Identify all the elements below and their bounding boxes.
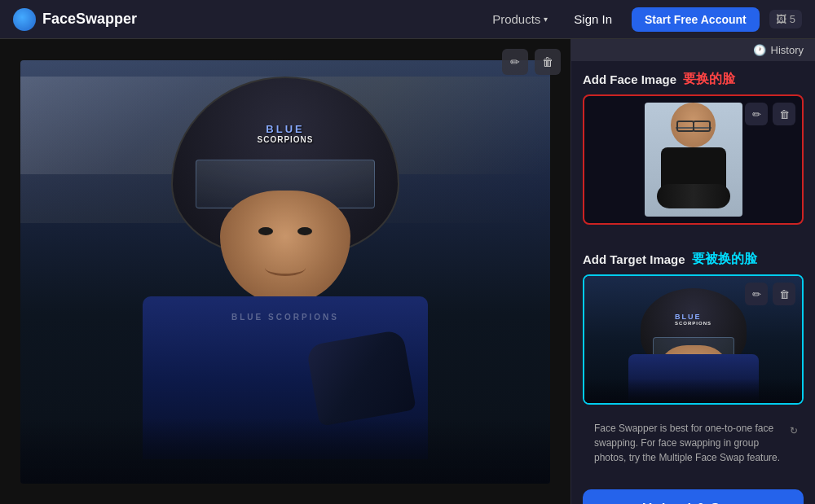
logo-icon [13,8,36,31]
target-cn-label: 要被换的脸 [692,251,757,268]
glove [306,329,416,426]
portrait-arms [657,184,730,208]
face-eyes [258,227,312,235]
right-eye [297,227,312,235]
upload-section: Upload & Start [571,481,815,504]
helmet-text: BLUE SCORPIONS [257,123,313,144]
refresh-icon: ↻ [790,425,798,436]
info-text: Face Swapper is best for one-to-one face… [583,421,804,473]
info-text-container: Face Swapper is best for one-to-one face… [571,421,815,481]
target-edit-button[interactable]: ✏ [745,283,768,305]
face-smile [265,260,306,276]
left-toolbar: ✏ 🗑 [502,49,561,75]
face-image-card[interactable]: ✏ 🗑 [583,94,804,225]
target-section-header: Add Target Image 要被换的脸 [583,251,804,268]
face-delete-button[interactable]: 🗑 [773,103,795,125]
logo-area: FaceSwapper [13,8,137,31]
portrait-head [671,103,716,147]
history-icon: 🕐 [753,44,766,56]
delete-icon: 🗑 [542,55,553,68]
main-image-container: BLUE SCORPIONS [0,39,570,504]
face-section-header: Add Face Image 要换的脸 [583,71,804,88]
left-panel: ✏ 🗑 BLUE SCORPIONS [0,39,570,504]
credits-count: 5 [790,13,795,25]
logo-text: FaceSwapper [42,11,137,28]
delete-icon: 🗑 [779,108,790,121]
products-label: Products [492,12,540,26]
edit-button[interactable]: ✏ [502,49,528,75]
right-panel: 🕐 History Add Face Image 要换的脸 [570,39,815,504]
target-image-card[interactable]: BLUE SCORPIONS ✏ 🗑 [583,274,804,405]
edit-icon: ✏ [752,108,761,121]
face-edit-button[interactable]: ✏ [745,103,768,125]
signin-button[interactable]: Sign In [564,7,622,31]
start-free-account-button[interactable]: Start Free Account [632,7,760,32]
main-content: ✏ 🗑 BLUE SCORPIONS [0,39,815,504]
player-face [220,191,350,305]
delete-icon: 🗑 [779,288,790,300]
upload-start-button[interactable]: Upload & Start [583,489,804,504]
credits-badge: 🖼 5 [769,10,802,28]
face-cn-label: 要换的脸 [683,71,735,88]
history-button[interactable]: 🕐 History [571,39,815,61]
left-eye [258,227,273,235]
header: FaceSwapper Products ▾ Sign In Start Fre… [0,0,815,39]
add-face-title: Add Face Image [583,72,676,86]
portrait-background [645,103,742,217]
delete-button[interactable]: 🗑 [535,49,561,75]
portrait [645,103,742,217]
products-nav[interactable]: Products ▾ [486,9,554,29]
target-delete-button[interactable]: 🗑 [773,283,795,305]
refresh-icon-button[interactable]: ↻ [784,421,804,440]
thumb-helmet-text: BLUE SCORPIONS [675,313,711,326]
chevron-down-icon: ▾ [544,15,548,24]
main-image: BLUE SCORPIONS [20,60,550,484]
credits-icon: 🖼 [776,13,786,25]
edit-icon: ✏ [752,288,761,300]
portrait-glasses [676,121,711,129]
target-card-actions: ✏ 🗑 [745,283,795,305]
portrait-body [661,147,726,204]
face-card-actions: ✏ 🗑 [745,103,795,125]
add-target-title: Add Target Image [583,252,685,266]
edit-icon: ✏ [510,55,520,68]
add-target-section: Add Target Image 要被换的脸 BLUE SCORPIONS [571,241,815,421]
add-face-section: Add Face Image 要换的脸 [571,61,815,241]
history-label: History [771,44,804,56]
